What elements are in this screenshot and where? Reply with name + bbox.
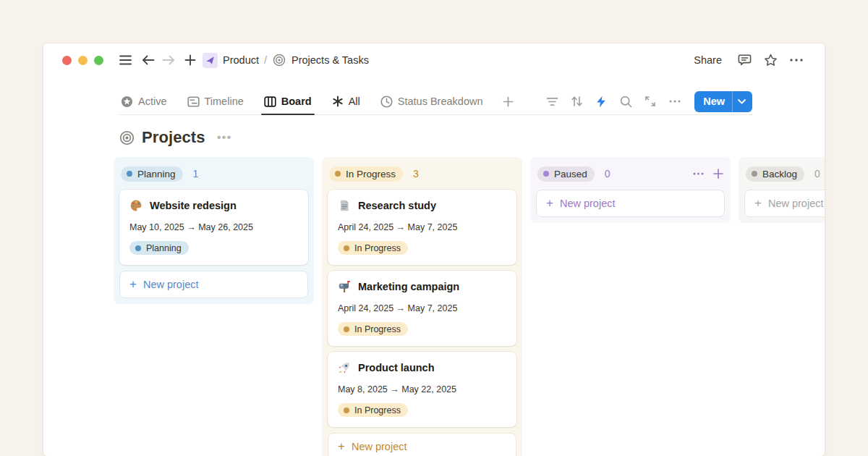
minimize-window-button[interactable] xyxy=(78,56,88,65)
target-icon xyxy=(272,53,286,67)
status-dot-icon xyxy=(752,171,757,177)
expand-icon[interactable] xyxy=(641,92,660,111)
status-dot-icon xyxy=(344,245,349,251)
new-project-button[interactable]: +New project xyxy=(744,190,825,217)
column-header: Planning1 xyxy=(121,164,307,183)
new-project-button[interactable]: +New project xyxy=(536,190,725,217)
status-dot-icon xyxy=(543,171,549,177)
board-column-backlog: Backlog0+New project xyxy=(739,157,825,223)
status-badge[interactable]: In Progress xyxy=(338,403,408,417)
column-header: In Progress3 xyxy=(329,164,515,183)
breadcrumb-workspace[interactable]: Product xyxy=(223,54,259,66)
column-count: 3 xyxy=(413,168,419,180)
add-view-icon[interactable] xyxy=(501,88,515,114)
status-badge[interactable]: In Progress xyxy=(329,166,403,182)
tab-timeline[interactable]: Timeline xyxy=(186,88,245,114)
card-title: Marketing campaign xyxy=(358,281,459,292)
status-dot-icon xyxy=(344,326,349,332)
status-badge[interactable]: Backlog xyxy=(746,166,804,182)
page-title: Projects xyxy=(142,128,205,147)
status-dot-icon xyxy=(344,408,349,413)
status-badge[interactable]: In Progress xyxy=(338,322,408,336)
close-window-button[interactable] xyxy=(62,56,72,65)
view-tabs-bar: Active Timeline Board All Status Breakdo… xyxy=(119,88,752,115)
page-title-more-icon[interactable]: ••• xyxy=(217,130,232,145)
tab-all[interactable]: All xyxy=(331,88,362,114)
new-project-button[interactable]: +New project xyxy=(119,271,308,298)
new-button[interactable]: New xyxy=(694,91,752,112)
card-title: Research study xyxy=(358,200,436,211)
breadcrumb-separator: / xyxy=(264,54,267,66)
column-count: 0 xyxy=(814,168,820,180)
target-icon xyxy=(119,130,135,145)
column-header: Paused0 xyxy=(537,164,723,183)
kanban-board: Planning1Website redesignMay 10, 2025 → … xyxy=(114,157,825,456)
column-more-icon[interactable] xyxy=(693,172,704,175)
board-column-paused: Paused0+New project xyxy=(530,157,731,223)
new-page-plus-icon[interactable] xyxy=(181,51,200,69)
breadcrumb-page[interactable]: Projects & Tasks xyxy=(292,54,369,66)
plus-icon: + xyxy=(129,278,137,290)
back-arrow-icon[interactable] xyxy=(139,51,158,69)
status-dot-icon xyxy=(335,171,341,177)
view-toolbar: New xyxy=(542,91,752,112)
more-options-icon[interactable] xyxy=(787,51,806,69)
status-dot-icon xyxy=(127,171,132,177)
new-button-chevron-icon[interactable] xyxy=(732,91,752,112)
board-column-in-progress: In Progress3Research studyApril 24, 2025… xyxy=(322,157,522,456)
card-title: Product launch xyxy=(358,362,435,373)
status-dot-icon xyxy=(135,245,141,251)
status-badge[interactable]: Paused xyxy=(537,166,595,182)
status-badge[interactable]: In Progress xyxy=(338,241,408,255)
top-bar: Product / Projects & Tasks Share xyxy=(43,43,825,77)
tab-active[interactable]: Active xyxy=(119,88,169,114)
filter-icon[interactable] xyxy=(542,92,561,111)
card-date-range: May 10, 2025 → May 26, 2025 xyxy=(129,222,298,232)
workspace-logo-icon[interactable] xyxy=(203,53,218,68)
column-count: 1 xyxy=(193,168,199,180)
project-card[interactable]: Website redesignMay 10, 2025 → May 26, 2… xyxy=(119,190,308,265)
column-count: 0 xyxy=(605,168,610,180)
project-card[interactable]: Marketing campaignApril 24, 2025 → May 7… xyxy=(328,271,516,346)
card-date-range: May 8, 2025 → May 22, 2025 xyxy=(338,384,506,394)
project-card[interactable]: Research studyApril 24, 2025 → May 7, 20… xyxy=(328,190,516,265)
view-more-icon[interactable] xyxy=(665,92,684,111)
sidebar-menu-icon[interactable] xyxy=(116,51,135,69)
rocket-icon xyxy=(338,361,351,374)
card-title: Website redesign xyxy=(150,200,237,211)
share-button[interactable]: Share xyxy=(688,51,728,69)
plus-icon: + xyxy=(546,197,553,209)
column-add-icon[interactable] xyxy=(713,169,723,179)
mailbox-icon xyxy=(338,280,351,293)
card-date-range: April 24, 2025 → May 7, 2025 xyxy=(338,303,506,313)
page-header: Projects ••• xyxy=(119,128,752,147)
traffic-lights xyxy=(62,56,103,65)
status-badge[interactable]: Planning xyxy=(129,241,189,255)
card-date-range: April 24, 2025 → May 7, 2025 xyxy=(338,222,506,232)
app-window: Product / Projects & Tasks Share Active xyxy=(43,43,825,456)
maximize-window-button[interactable] xyxy=(94,56,103,65)
plus-icon: + xyxy=(338,440,345,452)
new-project-button[interactable]: +New project xyxy=(328,433,516,456)
palette-icon xyxy=(129,199,142,212)
plus-icon: + xyxy=(754,197,762,209)
tab-board[interactable]: Board xyxy=(263,88,313,114)
status-badge[interactable]: Planning xyxy=(121,166,183,182)
column-header: Backlog0 xyxy=(746,164,825,183)
automations-lightning-icon[interactable] xyxy=(592,92,610,111)
board-column-planning: Planning1Website redesignMay 10, 2025 → … xyxy=(114,157,314,304)
search-icon[interactable] xyxy=(616,92,635,111)
breadcrumb: Product / Projects & Tasks xyxy=(203,53,369,68)
forward-arrow-icon[interactable] xyxy=(159,51,178,69)
document-icon xyxy=(338,199,351,212)
project-card[interactable]: Product launchMay 8, 2025 → May 22, 2025… xyxy=(328,352,516,427)
comments-icon[interactable] xyxy=(735,51,754,69)
favorite-star-icon[interactable] xyxy=(761,51,780,69)
sort-icon[interactable] xyxy=(567,92,586,111)
tab-status-breakdown[interactable]: Status Breakdown xyxy=(379,88,485,114)
